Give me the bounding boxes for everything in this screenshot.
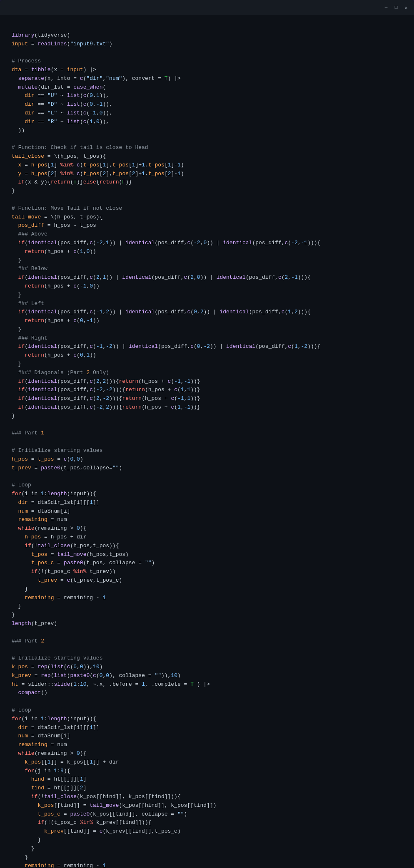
editor-window: — □ ✕ library(tidyverse) input = readLin… — [0, 0, 414, 868]
maximize-button[interactable]: □ — [393, 5, 399, 10]
close-button[interactable]: ✕ — [403, 5, 409, 10]
minimize-button[interactable]: — — [383, 5, 389, 10]
code-editor[interactable]: library(tidyverse) input = readLines("in… — [0, 15, 414, 868]
title-bar: — □ ✕ — [0, 0, 414, 15]
